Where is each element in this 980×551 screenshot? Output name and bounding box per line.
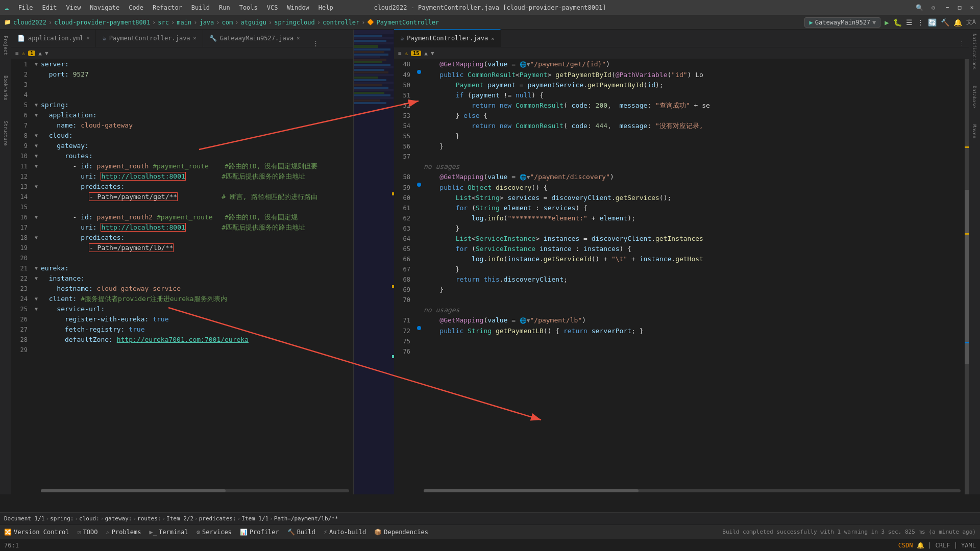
left-arrow-down[interactable]: ▼: [45, 50, 48, 57]
notification-button[interactable]: 🔔: [953, 18, 962, 27]
code-line-29: 29: [11, 345, 353, 355]
left-sidebar: Project Bookmarks Structure: [0, 30, 11, 494]
code-line-4: 4: [11, 90, 353, 100]
right-editor-warning: ⚠: [405, 50, 408, 57]
menu-build[interactable]: Build: [187, 3, 214, 12]
settings-icon[interactable]: ⚙: [932, 4, 935, 11]
structure-panel-label[interactable]: Structure: [3, 121, 8, 146]
version-control-btn[interactable]: 🔀 Version Control: [4, 529, 69, 536]
breadcrumb-bar: Document 1/1 › spring: › cloud: › gatewa…: [0, 512, 980, 524]
notifications-panel[interactable]: Notifications: [972, 32, 977, 71]
right-arrow-down[interactable]: ▼: [431, 50, 434, 57]
tab-more-left[interactable]: ⋮: [308, 39, 323, 47]
nav-src[interactable]: src: [158, 19, 169, 26]
menu-file[interactable]: File: [14, 3, 37, 12]
nav-main[interactable]: main: [177, 19, 191, 26]
build-btn[interactable]: 🔨 Build: [287, 529, 315, 536]
dependencies-btn[interactable]: 📦 Dependencies: [374, 529, 428, 536]
services-btn[interactable]: ⚙ Services: [197, 529, 232, 536]
right-editor-header: ≡ ⚠ 15 ▲ ▼: [394, 47, 969, 59]
right-no-usages-1: no usages: [394, 162, 969, 172]
menu-tools[interactable]: Tools: [235, 3, 262, 12]
nav-module[interactable]: cloud-provider-payment8001: [54, 19, 150, 26]
more-run-options[interactable]: ⋮: [917, 18, 924, 27]
tool-windows-bar: 🔀 Version Control ☑ TODO ⚠ Problems ▶_ T…: [0, 524, 980, 539]
nav-cloud2022[interactable]: cloud2022: [13, 19, 46, 26]
bc-item22[interactable]: Item 2/2: [166, 515, 193, 522]
project-panel-label[interactable]: Project: [3, 36, 8, 55]
coverage-button[interactable]: ☰: [906, 18, 913, 27]
todo-btn[interactable]: ☑ TODO: [77, 529, 97, 536]
database-panel[interactable]: Database: [972, 84, 977, 110]
horizontal-scrollbar-left[interactable]: [41, 489, 349, 492]
right-editor-fold-icon[interactable]: ≡: [398, 50, 402, 57]
nav-payment-controller[interactable]: PaymentController: [376, 19, 439, 26]
maven-panel[interactable]: Maven: [972, 122, 977, 140]
sync-button[interactable]: 🔄: [928, 18, 937, 27]
tab-close-payment[interactable]: ✕: [193, 35, 197, 41]
nav-java[interactable]: java: [199, 19, 214, 26]
debug-button[interactable]: 🐛: [893, 18, 902, 27]
maximize-button[interactable]: □: [955, 4, 964, 12]
bc-path[interactable]: Path=/payment/lb/**: [274, 515, 338, 522]
bc-gateway[interactable]: gateway:: [105, 515, 132, 522]
left-editor-fold-icon[interactable]: ≡: [15, 50, 19, 57]
bc-cloud[interactable]: cloud:: [79, 515, 100, 522]
run-config-dropdown[interactable]: ▶ GatewayMain9527 ▼: [804, 17, 880, 28]
dependencies-icon: 📦: [374, 529, 382, 536]
menu-code[interactable]: Code: [125, 3, 148, 12]
tab-application-yml[interactable]: 📄 application.yml ✕: [11, 29, 96, 47]
profiler-btn[interactable]: 📊 Profiler: [240, 529, 279, 536]
bookmarks-panel-label[interactable]: Bookmarks: [3, 76, 8, 101]
tab-label-payment-right: PaymentController.java: [407, 35, 488, 42]
minimize-button[interactable]: −: [943, 4, 951, 12]
menu-help[interactable]: Help: [314, 3, 337, 12]
menu-navigate[interactable]: Navigate: [86, 3, 124, 12]
menu-refactor[interactable]: Refactor: [149, 3, 186, 12]
run-button[interactable]: ▶: [885, 18, 889, 27]
nav-com[interactable]: com: [222, 19, 233, 26]
nav-controller[interactable]: controller: [323, 19, 359, 26]
nav-springcloud[interactable]: springcloud: [274, 19, 314, 26]
horizontal-scrollbar-right[interactable]: [424, 489, 961, 492]
terminal-btn[interactable]: ▶_ Terminal: [150, 529, 188, 536]
nav-atguigu[interactable]: atguigu: [240, 19, 266, 26]
bc-item11[interactable]: Item 1/1: [241, 515, 268, 522]
menu-vcs[interactable]: VCS: [263, 3, 282, 12]
code-line-17: 17 uri: http://localhost:8001 #匹配后提供服务的路…: [11, 222, 353, 233]
menu-window[interactable]: Window: [283, 3, 313, 12]
problems-btn[interactable]: ⚠ Problems: [106, 529, 141, 536]
menu-edit[interactable]: Edit: [38, 3, 61, 12]
search-icon[interactable]: 🔍: [916, 4, 923, 11]
tab-close-yml[interactable]: ✕: [86, 35, 89, 41]
left-arrow-up[interactable]: ▲: [38, 50, 42, 57]
code-line-15: 15: [11, 202, 353, 212]
csdn-text: CSDN: [898, 542, 913, 549]
menu-view[interactable]: View: [62, 3, 85, 12]
code-line-26: 26 register-with-eureka: true: [11, 314, 353, 324]
build-button[interactable]: 🔨: [941, 18, 949, 27]
tab-payment-controller-right[interactable]: ☕ PaymentController.java ✕: [394, 29, 501, 47]
right-tab-more[interactable]: ⋮: [959, 40, 965, 47]
auto-build-btn[interactable]: ⚡ Auto-build: [324, 529, 366, 536]
right-vertical-scrollbar[interactable]: [965, 59, 969, 494]
right-code-line-49: 49 public CommonResult<Payment> getPayme…: [394, 70, 969, 80]
right-code-line-69: 69 }: [394, 285, 969, 295]
right-code-line-76: 76: [394, 346, 969, 357]
tab-close-payment-right[interactable]: ✕: [491, 36, 494, 41]
code-line-9: 9 ▼ gateway:: [11, 141, 353, 151]
code-line-5: 5 ▼ spring:: [11, 100, 353, 110]
right-arrow-up[interactable]: ▲: [424, 50, 428, 57]
tab-close-gateway[interactable]: ✕: [297, 35, 300, 41]
tab-payment-controller-left[interactable]: ☕ PaymentController.java ✕: [96, 29, 203, 47]
bc-spring[interactable]: spring:: [50, 515, 74, 522]
menu-run[interactable]: Run: [215, 3, 234, 12]
close-button[interactable]: ✕: [968, 4, 976, 12]
bc-routes[interactable]: routes:: [137, 515, 161, 522]
tab-gateway-main[interactable]: 🔧 GatewayMain9527.java ✕: [203, 29, 307, 47]
bc-predicates[interactable]: predicates:: [199, 515, 236, 522]
right-code-line-61: 61 for (String element : services) {: [394, 203, 969, 213]
bottom-bar: 76:1 CSDN 🔔 | CRLF | YAML: [0, 539, 980, 551]
right-warning-count: 15: [411, 51, 421, 56]
bc-document[interactable]: Document 1/1: [4, 515, 44, 522]
